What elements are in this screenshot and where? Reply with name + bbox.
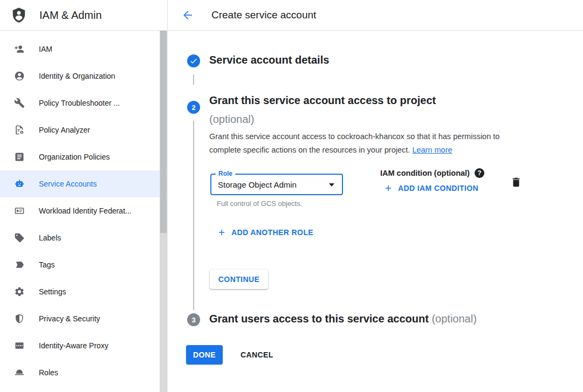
- sidebar-item-label: Organization Policies: [39, 153, 110, 161]
- sidebar-item-label: Service Accounts: [39, 180, 97, 188]
- sidebar-item-label: Identity & Organization: [39, 72, 115, 80]
- continue-button[interactable]: CONTINUE: [210, 270, 268, 289]
- iam-condition-label: IAM condition (optional): [380, 169, 470, 177]
- cancel-button[interactable]: CANCEL: [236, 345, 278, 365]
- sidebar-item-label: Settings: [39, 287, 66, 296]
- step2-description-text: Grant this service account access to coc…: [209, 132, 499, 154]
- product-header: IAM & Admin: [0, 0, 168, 30]
- step3-title: Grant users access to this service accou…: [209, 313, 429, 325]
- product-name: IAM & Admin: [39, 9, 102, 22]
- sidebar-item-workload-identity-federat[interactable]: Workload Identity Federat...: [0, 197, 160, 224]
- sidebar-item-settings[interactable]: Settings: [0, 278, 160, 305]
- iam-admin-shield-icon: [11, 7, 27, 23]
- role-helper-text: Full control of GCS objects.: [217, 200, 302, 208]
- sidebar-item-label: Labels: [39, 233, 61, 242]
- half-shield-icon: [14, 313, 25, 324]
- sidebar-item-label: IAM: [39, 45, 52, 53]
- label-icon: [14, 232, 25, 243]
- sidebar-scrollbar[interactable]: [160, 31, 167, 392]
- page-header: Create service account: [168, 0, 583, 30]
- step-connector: [193, 121, 194, 310]
- robot-icon: [14, 178, 25, 189]
- step2-optional-label: (optional): [209, 110, 436, 129]
- gear-icon: [14, 286, 25, 297]
- plus-icon: [383, 183, 393, 193]
- step3-optional-label: (optional): [431, 313, 476, 325]
- step2-number: 2: [191, 104, 195, 112]
- step3-number-badge: 3: [187, 313, 200, 326]
- article-icon: [14, 152, 25, 162]
- wrench-icon: [14, 98, 25, 108]
- step2-number-badge: 2: [187, 101, 200, 114]
- top-bar: IAM & Admin Create service account: [0, 0, 583, 31]
- sidebar-scrollbar-thumb[interactable]: [160, 31, 167, 233]
- delete-role-trash-icon[interactable]: [510, 176, 522, 190]
- add-iam-condition-button[interactable]: ADD IAM CONDITION: [383, 183, 478, 193]
- sidebar-item-label: Workload Identity Federat...: [39, 207, 132, 215]
- step2-description: Grant this service account access to coc…: [209, 130, 532, 157]
- step2-title: Grant this service account access to pro…: [209, 94, 436, 106]
- step3-heading: Grant users access to this service accou…: [209, 312, 477, 326]
- sidebar-item-identity-aware-proxy[interactable]: Identity-Aware Proxy: [0, 332, 160, 359]
- role-select[interactable]: Role Storage Object Admin: [210, 174, 343, 195]
- iam-condition-header: IAM condition (optional) ?: [380, 168, 484, 178]
- add-another-role-label: ADD ANOTHER ROLE: [231, 228, 313, 237]
- step1-complete-check-icon: [187, 54, 200, 67]
- person-add-icon: [14, 44, 25, 54]
- add-iam-condition-label: ADD IAM CONDITION: [398, 184, 478, 192]
- iam-admin-console: IAM & Admin Create service account IAM I…: [0, 0, 583, 392]
- step1-title: Service account details: [209, 53, 329, 67]
- dropdown-caret-icon: [329, 183, 334, 187]
- sidebar: IAM Identity & Organization Policy Troub…: [0, 31, 168, 392]
- back-arrow-icon[interactable]: [181, 8, 195, 22]
- sidebar-item-label: Roles: [39, 368, 58, 377]
- role-field-label: Role: [216, 170, 235, 177]
- sidebar-item-labels[interactable]: Labels: [0, 224, 160, 251]
- sidebar-item-label: Policy Analyzer: [39, 126, 90, 134]
- role-selected-value: Storage Object Admin: [211, 180, 297, 189]
- sidebar-item-label: Tags: [39, 260, 55, 269]
- proxy-icon: [14, 340, 25, 351]
- sidebar-item-privacy-security[interactable]: Privacy & Security: [0, 305, 160, 332]
- hat-icon: [14, 367, 25, 378]
- done-button[interactable]: DONE: [186, 345, 223, 365]
- sidebar-item-label: Identity-Aware Proxy: [39, 341, 108, 350]
- account-circle-icon: [14, 71, 25, 81]
- sidebar-item-label: Policy Troubleshooter ...: [39, 99, 120, 107]
- learn-more-link[interactable]: Learn more: [412, 146, 452, 154]
- step-connector: [193, 74, 194, 85]
- page-title: Create service account: [211, 9, 316, 21]
- sidebar-item-label: Privacy & Security: [39, 314, 100, 323]
- step2-heading: Grant this service account access to pro…: [209, 91, 436, 129]
- sidebar-item-iam[interactable]: IAM: [0, 36, 160, 63]
- create-service-account-form: Service account details 2 Grant this ser…: [168, 31, 583, 392]
- add-another-role-button[interactable]: ADD ANOTHER ROLE: [217, 228, 313, 237]
- sidebar-item-tags[interactable]: Tags: [0, 251, 160, 278]
- tag-icon: [14, 259, 25, 270]
- step3-number: 3: [191, 316, 195, 324]
- sidebar-item-policy-troubleshooter[interactable]: Policy Troubleshooter ...: [0, 90, 160, 116]
- sidebar-item-identity-organization[interactable]: Identity & Organization: [0, 63, 160, 90]
- sidebar-item-organization-policies[interactable]: Organization Policies: [0, 143, 160, 170]
- plus-icon: [217, 228, 227, 237]
- badge-icon: [14, 205, 25, 216]
- help-glyph: ?: [477, 169, 481, 177]
- sidebar-item-service-accounts[interactable]: Service Accounts: [0, 170, 160, 197]
- help-icon[interactable]: ?: [475, 168, 484, 178]
- sidebar-item-roles[interactable]: Roles: [0, 359, 160, 386]
- sidebar-item-policy-analyzer[interactable]: Policy Analyzer: [0, 116, 160, 143]
- policy-analyzer-icon: [14, 125, 25, 135]
